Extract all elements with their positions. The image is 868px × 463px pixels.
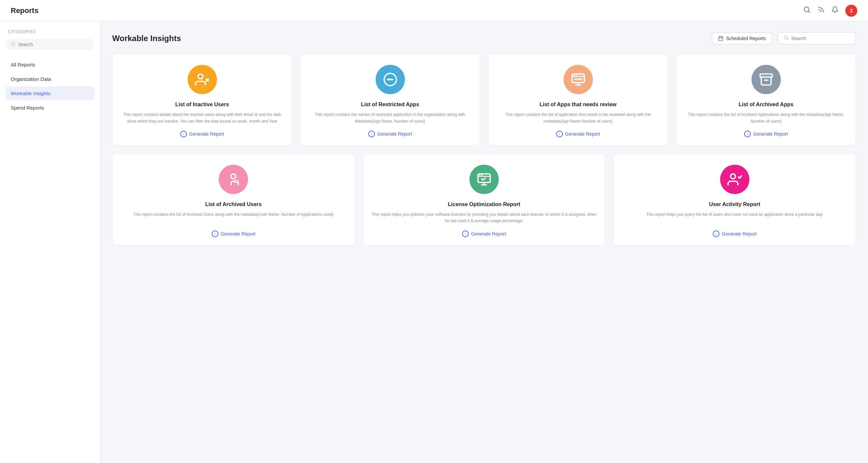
restricted-apps-generate-label: Generate Report: [377, 131, 412, 137]
card-archived-users: List of Archived Users This report conta…: [112, 154, 355, 245]
archived-apps-title: List of Archived Apps: [739, 101, 793, 108]
minus-circle-icon: [383, 72, 398, 87]
restricted-apps-icon-circle: [376, 65, 405, 94]
license-icon-circle: [469, 165, 499, 194]
generate-icon: ↓: [744, 131, 751, 137]
sidebar-item-workable-insights[interactable]: Workable Insights: [5, 87, 94, 100]
cards-row-2: List of Archived Users This report conta…: [112, 154, 856, 245]
svg-line-1: [808, 11, 810, 12]
content-header: Workable Insights Scheduled Reports: [112, 32, 856, 45]
apps-review-icon-circle: [563, 65, 593, 94]
sidebar: Categories All Reports Organization Data…: [0, 21, 100, 463]
inactive-users-title: List of Inactive Users: [175, 101, 229, 108]
content-header-actions: Scheduled Reports: [712, 32, 856, 45]
archived-users-desc: This report contains the list of Archive…: [133, 211, 334, 224]
user-activity-title: User Activity Report: [709, 201, 760, 208]
user-activity-generate-btn[interactable]: ↓ Generate Report: [713, 231, 756, 237]
svg-rect-20: [574, 78, 583, 80]
content-search-icon: [784, 35, 788, 41]
license-generate-btn[interactable]: ↓ Generate Report: [462, 231, 506, 237]
card-apps-needs-review: List of Apps that needs review This repo…: [488, 54, 668, 146]
sidebar-nav: All Reports Organization Data Workable I…: [5, 58, 94, 115]
user-activity-generate-label: Generate Report: [722, 231, 756, 236]
svg-point-31: [482, 174, 483, 176]
svg-rect-23: [760, 74, 772, 77]
card-archived-apps: List of Archived Apps This report contai…: [676, 54, 856, 146]
archived-users-title: List of Archived Users: [205, 201, 262, 208]
svg-point-25: [231, 174, 236, 179]
svg-line-10: [787, 39, 788, 40]
content-search-input[interactable]: [791, 36, 850, 41]
header-icons: Z: [803, 5, 857, 17]
cards-row-1: List of Inactive Users This report conta…: [112, 54, 856, 146]
monitor-tag-icon: [477, 172, 491, 187]
archived-apps-generate-label: Generate Report: [753, 131, 788, 137]
svg-point-18: [573, 75, 575, 76]
user-avatar[interactable]: Z: [845, 5, 857, 17]
sidebar-category-label: Categories: [5, 29, 94, 34]
content-search-container[interactable]: [778, 32, 856, 45]
archived-users-generate-btn[interactable]: ↓ Generate Report: [212, 231, 255, 237]
license-desc: This report helps you optimize your soft…: [371, 211, 597, 224]
restricted-apps-generate-btn[interactable]: ↓ Generate Report: [368, 131, 412, 137]
svg-rect-5: [719, 36, 723, 40]
card-inactive-users: List of Inactive Users This report conta…: [112, 54, 292, 146]
sidebar-item-all-reports[interactable]: All Reports: [5, 58, 94, 71]
bell-icon[interactable]: [831, 6, 839, 15]
card-restricted-apps: List of Restricted Apps This report cont…: [300, 54, 480, 146]
svg-point-11: [198, 74, 203, 79]
svg-point-30: [479, 174, 480, 176]
svg-point-34: [731, 174, 736, 179]
main-content: Workable Insights Scheduled Reports: [100, 21, 868, 463]
top-header: Reports Z: [0, 0, 868, 21]
generate-icon: ↓: [368, 131, 375, 137]
archived-apps-icon-circle: [751, 65, 781, 94]
generate-icon: ↓: [212, 231, 218, 237]
search-icon[interactable]: [803, 6, 811, 15]
main-layout: Categories All Reports Organization Data…: [0, 21, 868, 463]
users-x-icon: [195, 72, 210, 87]
generate-icon: ↓: [713, 231, 719, 237]
content-title: Workable Insights: [112, 34, 181, 43]
generate-icon: ↓: [462, 231, 469, 237]
apps-review-desc: This report contains the list of applica…: [496, 112, 660, 124]
apps-review-generate-btn[interactable]: ↓ Generate Report: [556, 131, 600, 137]
apps-review-generate-label: Generate Report: [565, 131, 600, 137]
archived-users-icon-circle: [219, 165, 248, 194]
sidebar-search-container[interactable]: [5, 39, 94, 50]
license-title: License Optimization Report: [448, 201, 521, 208]
archived-apps-generate-btn[interactable]: ↓ Generate Report: [744, 131, 788, 137]
scheduled-reports-label: Scheduled Reports: [726, 36, 766, 41]
apps-review-title: List of Apps that needs review: [539, 101, 617, 108]
cards-section: List of Inactive Users This report conta…: [112, 54, 856, 245]
calendar-icon: [718, 36, 723, 41]
license-generate-label: Generate Report: [471, 231, 506, 236]
feed-icon[interactable]: [817, 6, 825, 15]
page-title: Reports: [11, 6, 38, 15]
restricted-apps-desc: This report contains the names of restri…: [308, 112, 472, 124]
generate-icon: ↓: [180, 131, 187, 137]
sidebar-search-input[interactable]: [18, 42, 89, 47]
restricted-apps-title: List of Restricted Apps: [361, 101, 419, 108]
svg-line-4: [14, 45, 15, 46]
archived-users-generate-label: Generate Report: [221, 231, 255, 236]
sidebar-search-icon: [11, 41, 16, 47]
user-archive-icon: [226, 172, 241, 187]
svg-point-2: [818, 12, 819, 12]
inactive-users-generate-label: Generate Report: [189, 131, 224, 137]
sidebar-item-spend-reports[interactable]: Spend Reports: [5, 101, 94, 115]
scheduled-reports-button[interactable]: Scheduled Reports: [712, 32, 772, 45]
sidebar-item-organization-data[interactable]: Organization Data: [5, 72, 94, 86]
inactive-users-desc: This report contains details about the i…: [121, 112, 284, 124]
user-activity-icon: [727, 172, 742, 187]
svg-point-19: [575, 75, 577, 76]
archive-icon: [759, 72, 774, 87]
card-license-optimization: License Optimization Report This report …: [363, 154, 606, 245]
archived-apps-desc: This report contains the list of Archive…: [684, 112, 848, 124]
card-user-activity: User Activity Report This report helps y…: [613, 154, 856, 245]
inactive-users-generate-btn[interactable]: ↓ Generate Report: [180, 131, 224, 137]
user-activity-desc: This report helps you query the list of …: [646, 211, 823, 224]
inactive-users-icon-circle: [188, 65, 217, 94]
generate-icon: ↓: [556, 131, 563, 137]
monitor-code-icon: [571, 72, 586, 87]
